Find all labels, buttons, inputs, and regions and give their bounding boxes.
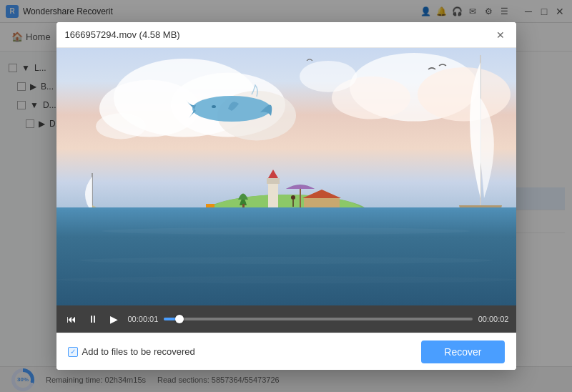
whale <box>185 84 278 127</box>
time-total: 00:00:02 <box>478 315 509 323</box>
water-area <box>56 207 516 305</box>
recover-button[interactable]: Recover <box>421 340 504 363</box>
rewind-button[interactable]: ⏮ <box>64 311 79 327</box>
svg-point-7 <box>300 61 357 92</box>
add-to-recover-checkbox[interactable]: ✓ <box>68 347 78 357</box>
modal-footer: ✓ Add to files to be recovered Recover <box>56 333 516 370</box>
svg-point-8 <box>96 114 146 139</box>
pause-button[interactable]: ⏸ <box>85 311 101 327</box>
add-to-recover-label: Add to files to be recovered <box>82 346 195 357</box>
progress-knob[interactable] <box>175 315 184 323</box>
modal-title: 1666957294.mov (4.58 MB) <box>65 29 180 40</box>
play-button[interactable]: ▶ <box>107 311 122 327</box>
time-current: 00:00:01 <box>128 315 159 323</box>
modal-overlay: 1666957294.mov (4.58 MB) ✕ <box>0 0 572 392</box>
modal-titlebar: 1666957294.mov (4.58 MB) ✕ <box>56 22 516 48</box>
modal-close-button[interactable]: ✕ <box>493 28 508 42</box>
checkbox-checkmark: ✓ <box>70 348 76 356</box>
add-to-recover-row: ✓ Add to files to be recovered <box>68 346 195 357</box>
svg-point-24 <box>291 195 295 200</box>
svg-point-10 <box>212 105 216 108</box>
video-preview <box>56 48 516 305</box>
preview-modal: 1666957294.mov (4.58 MB) ✕ <box>56 22 516 370</box>
svg-rect-15 <box>267 178 280 184</box>
video-controls-bar: ⏮ ⏸ ▶ 00:00:01 00:00:02 <box>56 305 516 333</box>
video-progress-bar[interactable] <box>164 318 472 320</box>
